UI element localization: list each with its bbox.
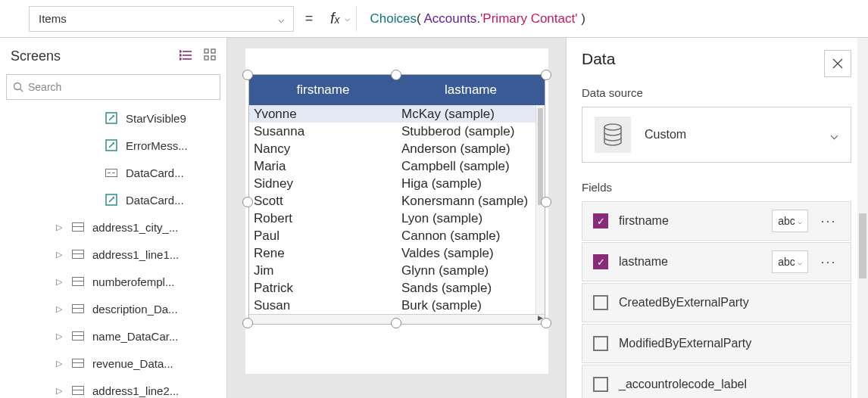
tree-item[interactable]: DataCard... [0, 186, 226, 213]
expand-caret-icon[interactable]: ▷ [56, 250, 67, 260]
cell-firstname: Sidney [249, 176, 397, 191]
data-table-body: YvonneMcKay (sample)SusannaStubberod (sa… [249, 105, 545, 314]
search-icon [13, 82, 23, 92]
app-screen: firstname lastname YvonneMcKay (sample)S… [245, 48, 548, 374]
cell-firstname: Susanna [249, 124, 397, 139]
cell-lastname: Sands (sample) [397, 281, 545, 296]
tree-item[interactable]: ▷address1_line1... [0, 241, 226, 268]
resize-handle[interactable] [541, 70, 551, 80]
table-row[interactable]: RobertLyon (sample) [249, 210, 545, 227]
tree-item[interactable]: StarVisible9 [0, 104, 226, 132]
grid-view-icon[interactable] [204, 50, 216, 63]
tree-item-label: revenue_Data... [92, 357, 173, 370]
tree-item[interactable]: ▷name_DataCar... [0, 322, 226, 350]
expand-caret-icon[interactable]: ▷ [56, 386, 67, 396]
close-button[interactable] [824, 50, 851, 77]
tree-item[interactable]: ▷description_Da... [0, 295, 226, 322]
field-more-button[interactable]: ··· [814, 254, 843, 270]
cell-lastname: Stubberod (sample) [397, 124, 545, 139]
cell-firstname: Yvonne [249, 107, 397, 122]
resize-handle[interactable] [391, 318, 401, 328]
tree-item-label: address1_city_... [92, 221, 178, 234]
tree-item-label: address1_line1... [92, 248, 179, 261]
field-row[interactable]: ✓firstnameabc⌵··· [582, 201, 851, 241]
canvas[interactable]: firstname lastname YvonneMcKay (sample)S… [227, 38, 566, 398]
field-checkbox[interactable] [593, 295, 608, 310]
table-row[interactable]: YvonneMcKay (sample) [249, 105, 545, 123]
search-placeholder: Search [28, 81, 61, 93]
table-row[interactable]: PaulCannon (sample) [249, 227, 545, 244]
group-icon [71, 247, 85, 261]
resize-handle[interactable] [242, 318, 253, 328]
field-row[interactable]: ✓lastnameabc⌵··· [582, 242, 851, 281]
svg-rect-6 [205, 49, 208, 53]
column-header-lastname[interactable]: lastname [397, 82, 545, 98]
edit-icon [105, 193, 118, 207]
expand-caret-icon[interactable]: ▷ [56, 359, 67, 368]
formula-input[interactable]: Choices( Accounts.'Primary Contact' ) [357, 11, 868, 26]
tree-item[interactable]: DataCard... [0, 159, 226, 186]
table-row[interactable]: ReneValdes (sample) [249, 244, 545, 262]
data-source-select[interactable]: Custom ⌵ [582, 107, 851, 163]
resize-handle[interactable] [541, 197, 551, 207]
group-icon [71, 220, 85, 234]
table-row[interactable]: SusanBurk (sample) [249, 297, 545, 314]
screens-header: Screens [0, 38, 226, 74]
field-checkbox[interactable]: ✓ [593, 254, 608, 269]
tree-item[interactable]: ErrorMess... [0, 132, 226, 159]
tree-item[interactable]: ▷numberofempl... [0, 268, 226, 295]
expand-caret-icon[interactable]: ▷ [56, 331, 67, 341]
tree-item[interactable]: ▷revenue_Data... [0, 350, 226, 377]
formula-token-member: 'Primary Contact' [480, 11, 577, 26]
screens-tree: StarVisible9ErrorMess...DataCard...DataC… [0, 104, 226, 398]
data-table[interactable]: firstname lastname YvonneMcKay (sample)S… [248, 74, 545, 325]
resize-handle[interactable] [242, 197, 253, 207]
table-row[interactable]: SusannaStubberod (sample) [249, 123, 545, 140]
resize-handle[interactable] [541, 318, 551, 328]
tree-item[interactable]: ▷address1_city_... [0, 213, 226, 241]
list-view-icon[interactable] [180, 50, 196, 63]
tree-item[interactable]: ▷address1_line2... [0, 377, 226, 398]
fx-button[interactable]: fx ⌵ [324, 6, 357, 32]
field-checkbox[interactable] [593, 377, 608, 392]
group-icon [71, 356, 85, 370]
field-type-select[interactable]: abc⌵ [772, 210, 808, 232]
expand-caret-icon[interactable]: ▷ [56, 277, 67, 287]
field-row[interactable]: _accountrolecode_label [582, 365, 851, 398]
cell-lastname: Lyon (sample) [397, 211, 545, 226]
property-select[interactable]: Items ⌵ [29, 6, 294, 32]
table-row[interactable]: ScottKonersmann (sample) [249, 192, 545, 210]
resize-handle[interactable] [391, 70, 401, 80]
group-icon [71, 384, 85, 397]
cell-firstname: Maria [249, 159, 397, 174]
svg-point-5 [180, 58, 181, 60]
table-row[interactable]: JimGlynn (sample) [249, 262, 545, 279]
tree-item-label: description_Da... [92, 303, 178, 316]
table-row[interactable]: SidneyHiga (sample) [249, 175, 545, 192]
field-row[interactable]: CreatedByExternalParty [582, 283, 851, 322]
column-header-firstname[interactable]: firstname [249, 82, 397, 98]
cell-firstname: Rene [249, 246, 397, 261]
search-input[interactable]: Search [6, 74, 220, 100]
table-row[interactable]: MariaCampbell (sample) [249, 157, 545, 175]
panel-scrollbar[interactable] [857, 38, 868, 398]
cell-lastname: Campbell (sample) [397, 159, 545, 174]
table-row[interactable]: NancyAnderson (sample) [249, 140, 545, 157]
field-checkbox[interactable]: ✓ [593, 213, 608, 229]
resize-handle[interactable] [242, 70, 253, 80]
cell-firstname: Paul [249, 229, 397, 244]
field-name: CreatedByExternalParty [619, 296, 843, 309]
tree-item-label: address1_line2... [92, 384, 179, 397]
vertical-scrollbar[interactable] [535, 105, 545, 314]
field-row[interactable]: ModifiedByExternalParty [582, 324, 851, 363]
field-type-select[interactable]: abc⌵ [772, 250, 808, 273]
table-row[interactable]: PatrickSands (sample) [249, 279, 545, 297]
cell-lastname: McKay (sample) [397, 107, 545, 122]
svg-rect-9 [211, 56, 215, 60]
expand-caret-icon[interactable]: ▷ [56, 222, 67, 232]
field-checkbox[interactable] [593, 336, 608, 351]
equals-icon: = [294, 11, 324, 26]
field-more-button[interactable]: ··· [814, 213, 843, 229]
expand-caret-icon[interactable]: ▷ [56, 304, 67, 314]
chevron-down-icon: ⌵ [830, 126, 838, 143]
